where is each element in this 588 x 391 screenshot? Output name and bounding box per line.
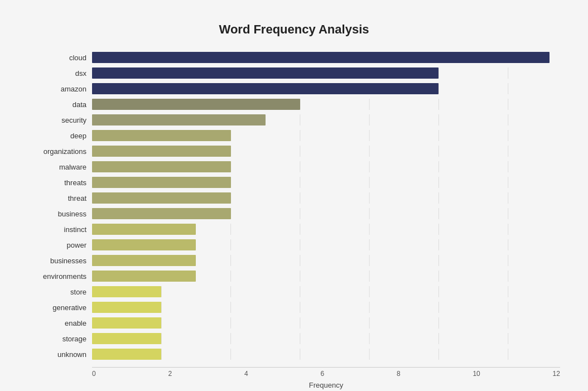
bar-track <box>92 224 560 235</box>
bar-row: threats <box>28 175 560 190</box>
x-tick: 0 <box>92 370 96 378</box>
bar-row: security <box>28 113 560 127</box>
x-tick: 6 <box>320 370 324 378</box>
bar-track-wrapper <box>92 161 560 172</box>
bar-track <box>92 349 560 360</box>
bar-track <box>92 192 560 204</box>
bar-row: environments <box>28 269 560 283</box>
x-tick: 8 <box>397 370 401 378</box>
bar-track <box>92 177 560 188</box>
bar-track <box>92 146 560 157</box>
bar-fill <box>92 255 196 266</box>
bar-label: cloud <box>28 54 92 62</box>
bar-row: business <box>28 206 560 221</box>
bar-fill <box>92 83 438 94</box>
bar-track-wrapper <box>92 114 560 125</box>
bar-track <box>92 83 560 94</box>
bar-track <box>92 271 560 282</box>
chart-title: Word Frequency Analysis <box>28 22 560 37</box>
bar-label: power <box>28 241 92 249</box>
bar-row: businesses <box>28 253 560 268</box>
x-axis-label: Frequency <box>92 381 560 389</box>
bar-track <box>92 99 560 110</box>
bar-track <box>92 286 560 297</box>
bar-fill <box>92 224 196 235</box>
bar-fill <box>92 239 196 250</box>
bar-row: enable <box>28 316 560 330</box>
bar-row: unknown <box>28 347 560 361</box>
bar-track-wrapper <box>92 286 560 297</box>
bar-track <box>92 130 560 141</box>
bar-track-wrapper <box>92 271 560 282</box>
bar-track <box>92 302 560 313</box>
bar-row: cloud <box>28 50 560 65</box>
bar-track <box>92 67 560 79</box>
bar-fill <box>92 317 161 329</box>
bar-label: organizations <box>28 147 92 156</box>
bar-row: amazon <box>28 81 560 96</box>
bar-row: instinct <box>28 222 560 236</box>
bar-row: threat <box>28 191 560 205</box>
bar-fill <box>92 192 231 204</box>
bar-fill <box>92 177 231 188</box>
bar-track-wrapper <box>92 317 560 329</box>
bar-label: business <box>28 210 92 218</box>
bar-track-wrapper <box>92 67 560 79</box>
bar-label: store <box>28 288 92 296</box>
x-ticks: 024681012 <box>92 368 560 378</box>
bar-row: power <box>28 238 560 252</box>
x-tick: 4 <box>244 370 248 378</box>
bar-track <box>92 161 560 172</box>
bar-track-wrapper <box>92 99 560 110</box>
bar-label: threat <box>28 194 92 202</box>
chart-container: Word Frequency Analysis clouddsxamazonda… <box>11 11 577 391</box>
bar-track <box>92 333 560 344</box>
bar-label: instinct <box>28 225 92 234</box>
bar-label: data <box>28 100 92 109</box>
bar-track-wrapper <box>92 146 560 157</box>
bar-track-wrapper <box>92 224 560 235</box>
bar-track-wrapper <box>92 302 560 313</box>
bar-track <box>92 255 560 266</box>
bar-fill <box>92 208 231 219</box>
bar-track-wrapper <box>92 192 560 204</box>
bar-row: deep <box>28 128 560 143</box>
bar-fill <box>92 67 438 79</box>
bar-label: environments <box>28 272 92 281</box>
bars-container: clouddsxamazondatasecuritydeeporganizati… <box>28 50 560 363</box>
bar-fill <box>92 99 300 110</box>
bar-label: deep <box>28 132 92 140</box>
bar-fill <box>92 286 161 297</box>
bar-track-wrapper <box>92 52 560 63</box>
bar-track-wrapper <box>92 130 560 141</box>
x-tick: 10 <box>473 370 480 378</box>
bar-label: dsx <box>28 69 92 78</box>
bar-fill <box>92 271 196 282</box>
bar-fill <box>92 114 266 125</box>
x-axis-area: 024681012 Frequency <box>92 367 560 389</box>
bar-label: businesses <box>28 257 92 265</box>
bar-fill <box>92 146 231 157</box>
bar-track <box>92 114 560 125</box>
bar-label: storage <box>28 335 92 343</box>
bar-fill <box>92 161 231 172</box>
bar-track <box>92 52 560 63</box>
bar-label: security <box>28 116 92 124</box>
bar-track-wrapper <box>92 83 560 94</box>
bar-label: unknown <box>28 350 92 359</box>
bar-fill <box>92 52 550 63</box>
bar-track <box>92 317 560 329</box>
x-tick: 2 <box>168 370 172 378</box>
bar-label: amazon <box>28 85 92 93</box>
bar-track-wrapper <box>92 255 560 266</box>
bar-fill <box>92 130 231 141</box>
bar-row: data <box>28 97 560 112</box>
bar-label: malware <box>28 163 92 171</box>
bar-track-wrapper <box>92 177 560 188</box>
bar-track <box>92 208 560 219</box>
bar-row: generative <box>28 300 560 315</box>
bar-row: storage <box>28 331 560 346</box>
x-tick: 12 <box>553 370 560 378</box>
bar-row: malware <box>28 160 560 174</box>
bar-fill <box>92 302 161 313</box>
